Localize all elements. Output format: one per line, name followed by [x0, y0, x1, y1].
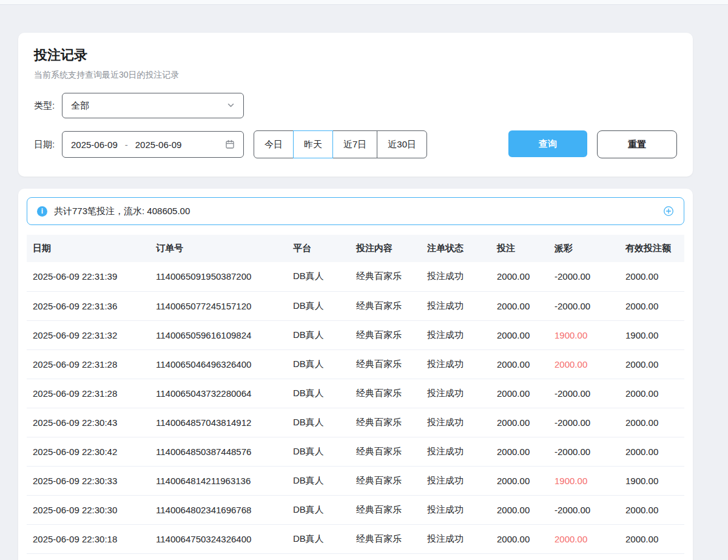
cell-date: 2025-06-09 22:30:42	[27, 437, 150, 466]
cell-order: 1140064814211963136	[150, 466, 287, 495]
cell-date: 2025-06-09 22:30:30	[27, 495, 150, 524]
cell-content: 经典百家乐	[350, 466, 421, 495]
cell-status: 投注成功	[421, 262, 491, 291]
cell-platform: DB真人	[287, 495, 350, 524]
cell-bet: 2000.00	[491, 320, 548, 349]
cell-platform: DB真人	[287, 408, 350, 437]
quick-range-button-3[interactable]: 近30日	[377, 130, 427, 158]
cell-order: 1140065091950387200	[150, 262, 287, 291]
type-select[interactable]: 全部	[62, 93, 244, 118]
cell-payout: -2000.00	[548, 437, 619, 466]
results-panel: i 共计773笔投注，流水: 408605.00 日期订单号平台投注内容注单状态…	[18, 189, 693, 560]
cell-platform: DB真人	[287, 320, 350, 349]
cell-order: 1140065059616109824	[150, 320, 287, 349]
column-header: 订单号	[150, 235, 287, 262]
type-label: 类型:	[34, 100, 62, 112]
cell-bet: 2000.00	[491, 349, 548, 379]
cell-payout: -2000.00	[548, 379, 619, 408]
table-row: 2025-06-09 22:30:421140064850387448576DB…	[27, 437, 684, 466]
cell-order: 1140064857043814912	[150, 408, 287, 437]
cell-content: 经典百家乐	[350, 320, 421, 349]
query-button[interactable]: 查询	[508, 130, 587, 157]
cell-date: 2025-06-09 22:31:28	[27, 349, 150, 379]
cell-date: 2025-06-09 22:30:33	[27, 466, 150, 495]
cell-valid: 2000.00	[619, 524, 684, 553]
cell-platform: DB真人	[287, 262, 350, 291]
cell-valid: 1900.00	[619, 466, 684, 495]
cell-status: 投注成功	[421, 291, 491, 320]
page-subtitle: 当前系统支持查询最近30日的投注记录	[34, 70, 677, 81]
cell-content: 经典百家乐	[350, 291, 421, 320]
cell-date: 2025-06-09 22:31:28	[27, 379, 150, 408]
cell-payout: 2000.00	[548, 524, 619, 553]
quick-range-group: 今日昨天近7日近30日	[254, 130, 427, 158]
cell-valid: 2000.00	[619, 262, 684, 291]
table-row: 2025-06-09 22:31:321140065059616109824DB…	[27, 320, 684, 349]
table-row: 2025-06-09 22:30:331140064814211963136DB…	[27, 466, 684, 495]
cell-valid: 1900.00	[619, 320, 684, 349]
cell-payout: -2000.00	[548, 291, 619, 320]
cell-bet: 2000.00	[491, 408, 548, 437]
cell-platform: DB真人	[287, 524, 350, 553]
chevron-down-icon	[227, 101, 235, 111]
page-title: 投注记录	[34, 46, 677, 64]
cell-status: 投注成功	[421, 379, 491, 408]
cell-status: 投注成功	[421, 437, 491, 466]
cell-status: 投注成功	[421, 349, 491, 379]
table-body: 2025-06-09 22:31:391140065091950387200DB…	[27, 262, 684, 553]
cell-date: 2025-06-09 22:30:43	[27, 408, 150, 437]
cell-content: 经典百家乐	[350, 349, 421, 379]
cell-bet: 2000.00	[491, 466, 548, 495]
cell-order: 1140065046496326400	[150, 349, 287, 379]
cell-content: 经典百家乐	[350, 495, 421, 524]
cell-valid: 2000.00	[619, 291, 684, 320]
cell-payout: -2000.00	[548, 495, 619, 524]
quick-range-button-2[interactable]: 近7日	[332, 130, 377, 158]
cell-platform: DB真人	[287, 291, 350, 320]
cell-date: 2025-06-09 22:30:18	[27, 524, 150, 553]
cell-status: 投注成功	[421, 466, 491, 495]
cell-bet: 2000.00	[491, 437, 548, 466]
date-filter-row: 日期: 2025-06-09 - 2025-06-09 今日昨天近7日近30日 …	[34, 130, 677, 158]
column-header: 有效投注额	[619, 235, 684, 262]
summary-text: 共计773笔投注，流水: 408605.00	[54, 206, 190, 217]
cell-order: 1140065043732280064	[150, 379, 287, 408]
cell-bet: 2000.00	[491, 495, 548, 524]
cell-content: 经典百家乐	[350, 262, 421, 291]
table-row: 2025-06-09 22:30:301140064802341696768DB…	[27, 495, 684, 524]
cell-payout: 1900.00	[548, 320, 619, 349]
column-header: 注单状态	[421, 235, 491, 262]
quick-range-button-0[interactable]: 今日	[254, 130, 294, 158]
date-range-input[interactable]: 2025-06-09 - 2025-06-09	[62, 131, 244, 158]
cell-valid: 2000.00	[619, 495, 684, 524]
table-row: 2025-06-09 22:31:281140065046496326400DB…	[27, 349, 684, 379]
table-row: 2025-06-09 22:31:361140065077245157120DB…	[27, 291, 684, 320]
cell-payout: 2000.00	[548, 349, 619, 379]
info-icon: i	[37, 206, 47, 217]
cell-platform: DB真人	[287, 466, 350, 495]
cell-bet: 2000.00	[491, 524, 548, 553]
cell-valid: 2000.00	[619, 349, 684, 379]
cell-status: 投注成功	[421, 408, 491, 437]
calendar-icon	[225, 140, 235, 149]
top-bar	[0, 0, 728, 5]
type-filter-row: 类型: 全部	[34, 93, 677, 118]
cell-bet: 2000.00	[491, 379, 548, 408]
cell-bet: 2000.00	[491, 291, 548, 320]
cell-content: 经典百家乐	[350, 437, 421, 466]
column-header: 平台	[287, 235, 350, 262]
cell-date: 2025-06-09 22:31:36	[27, 291, 150, 320]
cell-platform: DB真人	[287, 379, 350, 408]
table-header-row: 日期订单号平台投注内容注单状态投注派彩有效投注额	[27, 235, 684, 262]
cell-order: 1140064850387448576	[150, 437, 287, 466]
column-header: 投注内容	[350, 235, 421, 262]
cell-order: 1140064802341696768	[150, 495, 287, 524]
quick-range-button-1[interactable]: 昨天	[293, 130, 333, 158]
reset-button[interactable]: 重置	[597, 130, 677, 158]
column-header: 投注	[491, 235, 548, 262]
cell-valid: 2000.00	[619, 408, 684, 437]
cell-date: 2025-06-09 22:31:32	[27, 320, 150, 349]
cell-platform: DB真人	[287, 349, 350, 379]
cell-content: 经典百家乐	[350, 379, 421, 408]
plus-circle-icon[interactable]	[663, 206, 674, 217]
